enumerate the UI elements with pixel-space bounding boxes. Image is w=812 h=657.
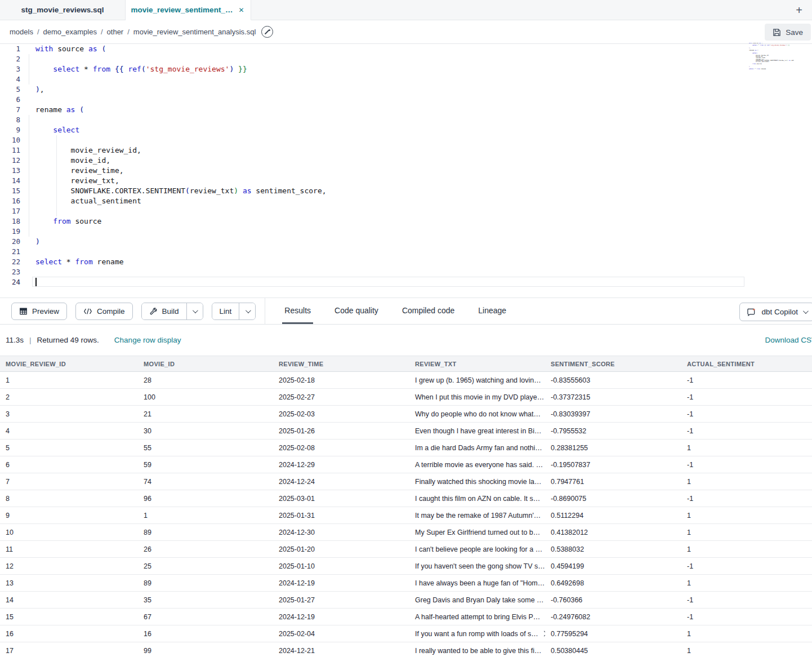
- close-tab-icon[interactable]: ✕: [237, 5, 245, 15]
- copilot-chat-icon: [747, 308, 756, 317]
- expand-cell-icon[interactable]: [543, 530, 545, 535]
- table-cell: A half-hearted attempt to bring Elvis P…: [409, 613, 545, 621]
- new-tab-button[interactable]: +: [791, 0, 807, 20]
- table-cell: 2024-12-21: [273, 647, 409, 655]
- preview-button[interactable]: Preview: [11, 303, 67, 320]
- build-button[interactable]: Build: [142, 303, 186, 319]
- line-number: 7: [0, 105, 23, 115]
- table-cell: It may be the remake of 1987 Autumn'…: [409, 512, 545, 520]
- table-cell: 1: [681, 647, 812, 655]
- code-line: 16 actual_sentiment: [0, 196, 812, 206]
- table-body: 1282025-02-18I grew up (b. 1965) watchin…: [0, 372, 812, 657]
- table-cell: -0.760366: [545, 596, 681, 604]
- dbt-copilot-button[interactable]: dbt Copilot: [739, 303, 812, 321]
- line-number: 21: [0, 247, 23, 257]
- table-row: 912025-01-31It may be the remake of 1987…: [0, 507, 812, 524]
- change-row-display-link[interactable]: Change row display: [114, 336, 181, 344]
- code-line: 10: [0, 135, 812, 145]
- table-row: 8962025-03-01I caught this film on AZN o…: [0, 490, 812, 507]
- tab-compiled-code[interactable]: Compiled code: [400, 298, 457, 324]
- table-cell: 0.7947761: [545, 478, 681, 486]
- table-cell: -1: [681, 461, 812, 469]
- table-cell: Finally watched this shocking movie la…: [409, 478, 545, 486]
- build-dropdown-button[interactable]: [186, 303, 203, 319]
- table-cell: 1: [0, 376, 138, 384]
- lint-dropdown-button[interactable]: [239, 303, 255, 319]
- compile-button[interactable]: Compile: [75, 303, 133, 320]
- table-cell: 6: [0, 461, 138, 469]
- table-cell: I caught this film on AZN on cable. It s…: [409, 495, 545, 503]
- line-number: 6: [0, 95, 23, 105]
- code-line: 4: [0, 74, 812, 85]
- review-text: I have always been a huge fan of "Hom…: [415, 579, 545, 587]
- table-row: 21002025-02-27When I put this movie in m…: [0, 389, 812, 406]
- table-cell: 11: [0, 545, 138, 553]
- table-cell: 74: [138, 478, 273, 486]
- table-cell: 0.77595294: [545, 630, 681, 638]
- column-header: MOVIE_ID: [138, 361, 273, 367]
- tab-code-quality[interactable]: Code quality: [332, 298, 381, 324]
- review-text: When I put this movie in my DVD playe…: [415, 393, 544, 401]
- review-text: I grew up (b. 1965) watching and lovin…: [415, 376, 541, 384]
- expand-cell-icon[interactable]: [543, 496, 545, 501]
- lint-button[interactable]: Lint: [212, 303, 239, 319]
- table-cell: I grew up (b. 1965) watching and lovin…: [409, 376, 545, 384]
- column-header: REVIEW_TIME: [273, 361, 409, 367]
- code-minimap[interactable]: with source as ( select * from {{ ref('s…: [749, 43, 794, 73]
- table-cell: 9: [0, 512, 138, 520]
- line-number: 23: [0, 267, 23, 277]
- floppy-disk-icon: [773, 28, 781, 37]
- download-csv-link[interactable]: Download CSV: [765, 336, 812, 344]
- line-number: 2: [0, 54, 23, 64]
- copilot-circle-icon[interactable]: [261, 26, 273, 38]
- lint-label: Lint: [220, 307, 232, 316]
- tab-results[interactable]: Results: [282, 298, 313, 324]
- column-header: ACTUAL_SENTIMENT: [681, 361, 812, 367]
- table-cell: 0.5112294: [545, 512, 681, 520]
- column-header: SENTIMENT_SCORE: [545, 361, 681, 367]
- table-cell: I really wanted to be able to give this …: [409, 647, 545, 655]
- table-cell: 2024-12-30: [273, 529, 409, 536]
- table-cell: 15: [0, 613, 138, 621]
- tab-stg-movie-reviews[interactable]: stg_movie_reviews.sql: [0, 0, 126, 20]
- line-number: 5: [0, 85, 23, 95]
- table-cell: -0.8690075: [545, 495, 681, 503]
- table-row: 16162025-02-04If you want a fun romp wit…: [0, 625, 812, 642]
- line-number: 1: [0, 44, 23, 54]
- tab-label: movie_review_sentiment_…: [131, 6, 233, 14]
- tab-lineage[interactable]: Lineage: [476, 298, 508, 324]
- indent-guide: [29, 54, 29, 85]
- table-cell: 0.6492698: [545, 579, 681, 587]
- tab-movie-review-sentiment[interactable]: movie_review_sentiment_… ✕: [126, 0, 251, 20]
- table-cell: 0.4594199: [545, 562, 681, 570]
- code-line: 11 movie_review_id,: [0, 145, 812, 156]
- table-cell: -0.83555603: [545, 376, 681, 384]
- line-number: 4: [0, 74, 23, 85]
- save-button[interactable]: Save: [765, 24, 811, 41]
- breadcrumb-item: other: [107, 28, 124, 36]
- table-cell: -1: [681, 427, 812, 435]
- table-cell: 89: [138, 579, 273, 587]
- table-row: 1282025-02-18I grew up (b. 1965) watchin…: [0, 372, 812, 389]
- breadcrumb-separator: /: [127, 28, 130, 36]
- table-cell: 17: [0, 647, 138, 655]
- table-row: 7742024-12-24Finally watched this shocki…: [0, 473, 812, 490]
- line-number: 12: [0, 156, 23, 166]
- breadcrumb-item: demo_examples: [43, 28, 97, 36]
- save-label: Save: [786, 28, 803, 37]
- code-editor[interactable]: 1with source as (23 select * from {{ ref…: [0, 44, 812, 298]
- table-row: 5552025-02-08Im a die hard Dads Army fan…: [0, 440, 812, 456]
- table-row: 3212025-02-03Why do people who do not kn…: [0, 406, 812, 423]
- table-cell: 2025-01-27: [273, 596, 409, 604]
- expand-cell-icon[interactable]: [541, 631, 545, 637]
- code-lines: 1with source as (23 select * from {{ ref…: [0, 44, 812, 287]
- table-cell: 2025-01-26: [273, 427, 409, 435]
- table-cell: 3: [0, 410, 138, 418]
- build-label: Build: [162, 307, 179, 316]
- table-cell: 1: [681, 579, 812, 587]
- line-number: 14: [0, 176, 23, 186]
- table-cell: If you want a fun romp with loads of s…: [409, 630, 545, 638]
- table-cell: 1: [138, 512, 273, 520]
- expand-cell-icon[interactable]: [543, 614, 545, 620]
- tab-label: stg_movie_reviews.sql: [21, 6, 104, 14]
